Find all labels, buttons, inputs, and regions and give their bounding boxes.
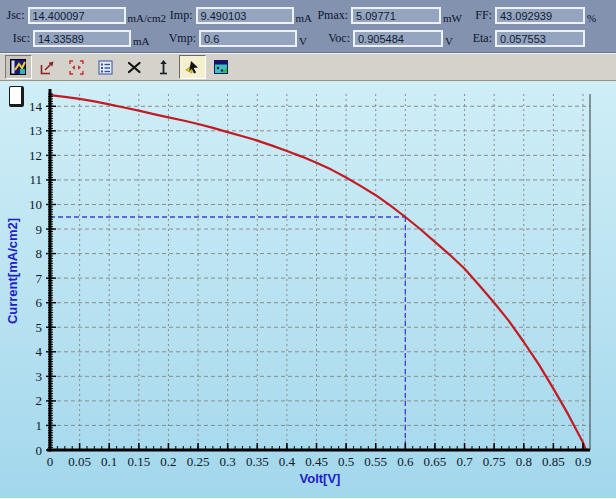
cursor-line-icon [155,59,172,76]
imp-label: Imp: [166,8,193,23]
chart-options-icon [213,59,230,76]
svg-text:0.7: 0.7 [456,454,473,469]
panel-group-1: Jsc: 14.400097 mA/cm2 Isc: 14.33589 mA [4,4,166,52]
data-list-icon [97,59,114,76]
svg-text:1: 1 [36,418,43,433]
svg-text:0.05: 0.05 [68,454,91,469]
ff-label: FF: [462,8,492,23]
isc-label: Isc: [4,31,30,46]
eta-label: Eta: [462,31,492,46]
svg-text:12: 12 [29,148,42,163]
svg-text:0: 0 [36,443,43,458]
svg-text:13: 13 [29,123,42,138]
toolbar [0,53,616,81]
svg-text:5: 5 [36,320,43,335]
voc-field[interactable]: 0.905484 [353,30,443,47]
ff-field[interactable]: 43.092939 [495,7,585,24]
ff-row: FF: 43.092939 % [462,4,614,27]
jsc-row: Jsc: 14.400097 mA/cm2 [4,4,166,27]
zoom-extents-button[interactable] [34,55,61,79]
svg-text:0.25: 0.25 [187,454,210,469]
svg-text:14: 14 [29,99,43,114]
svg-text:10: 10 [29,197,42,212]
vmp-unit: V [299,35,307,50]
svg-text:0.4: 0.4 [279,454,296,469]
voc-label: Voc: [312,31,350,46]
pointer-tool-icon [184,59,201,76]
pointer-tool-button[interactable] [179,55,206,79]
svg-text:0.8: 0.8 [516,454,532,469]
pmax-field[interactable]: 5.09771 [351,7,441,24]
svg-text:0.45: 0.45 [305,454,328,469]
isc-row: Isc: 14.33589 mA [4,27,166,50]
jsc-unit: mA/cm2 [128,12,167,27]
panel-group-2: Imp: 9.490103 mA Vmp: 0.6 V [166,4,312,52]
voc-row: Voc: 0.905484 V [312,27,462,50]
svg-text:11: 11 [29,172,42,187]
svg-text:0.75: 0.75 [483,454,506,469]
svg-text:6: 6 [36,295,43,310]
graph-display-icon [10,59,27,76]
ff-unit: % [587,12,596,27]
vmp-field[interactable]: 0.6 [199,30,297,47]
svg-text:0.9: 0.9 [575,454,591,469]
zoom-extents-icon [39,59,56,76]
graph-display-button[interactable] [5,55,32,79]
voc-unit: V [445,35,453,50]
svg-text:0.3: 0.3 [220,454,236,469]
svg-text:0.2: 0.2 [160,454,176,469]
svg-text:0.65: 0.65 [424,454,447,469]
results-panel: Jsc: 14.400097 mA/cm2 Isc: 14.33589 mA I… [0,0,616,53]
jsc-label: Jsc: [4,8,25,23]
zoom-region-icon [68,59,85,76]
svg-text:4: 4 [36,344,43,359]
svg-text:0.1: 0.1 [101,454,117,469]
vmp-row: Vmp: 0.6 V [166,27,312,50]
svg-text:0.6: 0.6 [397,454,414,469]
cursor-line-button[interactable] [150,55,177,79]
svg-text:0.55: 0.55 [364,454,387,469]
pmax-row: Pmax: 5.09771 mW [312,4,462,27]
eta-field[interactable]: 0.057553 [495,30,585,47]
panel-group-4: FF: 43.092939 % Eta: 0.057553 [462,4,614,52]
iv-plot: 00.050.10.150.20.250.30.350.40.450.50.55… [0,81,616,498]
panel-group-3: Pmax: 5.09771 mW Voc: 0.905484 V [312,4,462,52]
svg-text:0.85: 0.85 [542,454,565,469]
jsc-field[interactable]: 14.400097 [28,7,126,24]
svg-text:0.5: 0.5 [338,454,354,469]
svg-text:Volt[V]: Volt[V] [300,471,341,486]
chart-area[interactable]: 00.050.10.150.20.250.30.350.40.450.50.55… [0,81,616,498]
svg-text:0.35: 0.35 [246,454,269,469]
svg-text:7: 7 [36,271,43,286]
pmax-unit: mW [443,12,462,27]
imp-field[interactable]: 9.490103 [196,7,294,24]
svg-text:Current[mA/cm2]: Current[mA/cm2] [5,218,20,324]
svg-text:3: 3 [36,369,43,384]
chart-options-button[interactable] [208,55,235,79]
pmax-label: Pmax: [312,8,348,23]
data-list-button[interactable] [92,55,119,79]
imp-unit: mA [296,12,313,27]
svg-text:0.15: 0.15 [127,454,150,469]
delete-x-button[interactable] [121,55,148,79]
isc-field[interactable]: 14.33589 [33,30,131,47]
svg-text:8: 8 [36,246,43,261]
svg-text:2: 2 [36,393,43,408]
zoom-region-button[interactable] [63,55,90,79]
iv-measurement-app: Jsc: 14.400097 mA/cm2 Isc: 14.33589 mA I… [0,0,616,499]
svg-text:9: 9 [36,222,43,237]
isc-unit: mA [133,35,150,50]
svg-text:0: 0 [47,454,54,469]
delete-x-icon [126,59,143,76]
eta-row: Eta: 0.057553 [462,27,614,50]
imp-row: Imp: 9.490103 mA [166,4,312,27]
vmp-label: Vmp: [166,31,196,46]
